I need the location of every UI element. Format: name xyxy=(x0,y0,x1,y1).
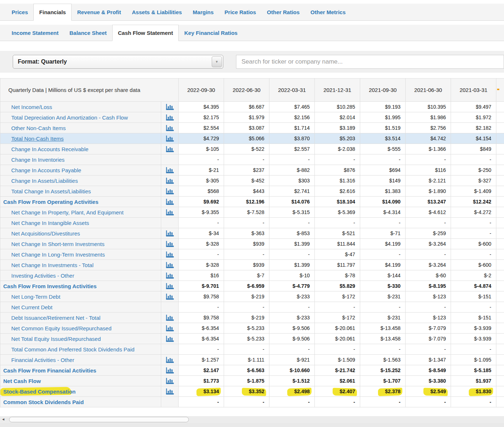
bar-chart-icon[interactable] xyxy=(166,378,174,384)
bar-chart-icon[interactable] xyxy=(166,146,174,152)
row-label-link[interactable]: Debt Issuance/Retirement Net - Total xyxy=(11,315,101,321)
bar-chart-icon[interactable] xyxy=(166,114,174,121)
value-cell: - xyxy=(451,397,496,407)
row-label-link[interactable]: Net Total Equity Issued/Repurchased xyxy=(11,336,101,342)
row-label-link[interactable]: Net Acquisitions/Divestitures xyxy=(11,230,80,237)
chevron-down-icon[interactable]: ▼ xyxy=(212,56,222,67)
bar-chart-icon[interactable] xyxy=(166,336,174,342)
row-label-link[interactable]: Total Change In Assets/Liabilities xyxy=(11,188,91,194)
row-label-link[interactable]: Net Change In Short-term Investments xyxy=(11,241,105,247)
scroll-left-arrow-icon[interactable]: ◄ xyxy=(1,417,5,421)
chart-icon-cell[interactable] xyxy=(161,228,179,239)
tab-margins[interactable]: Margins xyxy=(187,4,219,20)
tab-revenue-profit[interactable]: Revenue & Profit xyxy=(72,4,126,20)
value-cell: $4.395 xyxy=(179,102,224,112)
tab-other-ratios[interactable]: Other Ratios xyxy=(261,4,305,20)
bar-chart-icon[interactable] xyxy=(166,367,174,374)
chart-icon-cell[interactable] xyxy=(161,334,179,344)
bar-chart-icon[interactable] xyxy=(166,209,174,215)
bar-chart-icon[interactable] xyxy=(166,136,174,142)
bar-chart-icon[interactable] xyxy=(166,178,174,184)
chart-icon-cell[interactable] xyxy=(161,376,179,386)
tab-assets-liabilities[interactable]: Assets & Liabilities xyxy=(126,4,187,20)
scrollbar-thumb[interactable] xyxy=(9,417,189,422)
value-cell: $-231 xyxy=(360,313,406,323)
bar-chart-icon[interactable] xyxy=(166,251,174,258)
chart-icon-cell[interactable] xyxy=(161,365,179,376)
chart-icon-cell[interactable] xyxy=(161,123,179,133)
chart-icon-cell[interactable] xyxy=(161,355,179,365)
format-select[interactable]: Format: Quarterly ▼ xyxy=(13,55,223,69)
row-label-link[interactable]: Net Income/Loss xyxy=(11,104,52,110)
bar-chart-icon[interactable] xyxy=(166,273,174,279)
chart-icon-cell[interactable] xyxy=(161,144,179,154)
value-cell: $1.995 xyxy=(360,112,406,123)
row-label-link[interactable]: Cash Flow From Financial Activities xyxy=(3,367,96,374)
chart-icon-cell[interactable] xyxy=(161,270,179,281)
bar-chart-icon[interactable] xyxy=(166,230,174,237)
row-label-link[interactable]: Financial Activities - Other xyxy=(11,357,74,363)
chart-icon-cell[interactable] xyxy=(161,165,179,176)
bar-chart-icon[interactable] xyxy=(166,325,174,331)
subtab-income-statement[interactable]: Income Statement xyxy=(6,25,64,41)
row-label-link[interactable]: Cash Flow From Investing Activities xyxy=(3,283,97,289)
bar-chart-icon[interactable] xyxy=(166,315,174,321)
row-label-link[interactable]: Total Common And Preferred Stock Dividen… xyxy=(11,346,134,353)
bar-chart-icon[interactable] xyxy=(166,199,174,205)
bar-chart-icon[interactable] xyxy=(166,262,174,268)
chart-icon-cell[interactable] xyxy=(161,239,179,249)
row-label-link[interactable]: Stock-Based Compensation xyxy=(3,388,76,395)
chart-icon-cell[interactable] xyxy=(161,260,179,270)
row-label-link[interactable]: Cash Flow From Operating Activities xyxy=(3,199,98,205)
chart-icon-cell[interactable] xyxy=(161,207,179,218)
tab-price-ratios[interactable]: Price Ratios xyxy=(219,4,261,20)
row-label-link[interactable]: Change In Accounts Receivable xyxy=(11,146,89,152)
tab-financials[interactable]: Financials xyxy=(33,4,72,21)
tab-prices[interactable]: Prices xyxy=(6,4,33,20)
bar-chart-icon[interactable] xyxy=(166,388,174,395)
row-label-link[interactable]: Net Current Debt xyxy=(11,304,52,310)
chart-icon-cell[interactable] xyxy=(161,313,179,323)
row-label-link[interactable]: Change In Accounts Payable xyxy=(11,167,81,173)
subtab-balance-sheet[interactable]: Balance Sheet xyxy=(64,25,112,41)
bar-chart-icon[interactable] xyxy=(166,357,174,363)
chart-icon-cell[interactable] xyxy=(161,112,179,123)
bar-chart-icon[interactable] xyxy=(166,188,174,194)
row-label-link[interactable]: Other Non-Cash Items xyxy=(11,125,66,131)
chart-icon-cell[interactable] xyxy=(161,386,179,397)
chart-icon-cell[interactable] xyxy=(161,133,179,144)
chart-icon-cell[interactable] xyxy=(161,102,179,112)
bar-chart-icon[interactable] xyxy=(166,241,174,247)
row-label-link[interactable]: Net Common Equity Issued/Repurchased xyxy=(11,325,111,331)
chart-icon-cell[interactable] xyxy=(161,291,179,302)
row-label-link[interactable]: Investing Activities - Other xyxy=(11,273,74,279)
subtab-cash-flow-statement[interactable]: Cash Flow Statement xyxy=(112,25,179,41)
row-label-link[interactable]: Total Depreciation And Amortization - Ca… xyxy=(11,114,128,121)
row-label-link[interactable]: Common Stock Dividends Paid xyxy=(3,399,84,405)
partial-next-column-cell xyxy=(496,218,504,228)
row-label-link[interactable]: Change In Assets/Liabilities xyxy=(11,178,78,184)
chart-icon-cell[interactable] xyxy=(161,281,179,291)
bar-chart-icon[interactable] xyxy=(166,104,174,110)
bar-chart-icon[interactable] xyxy=(166,167,174,173)
bar-chart-icon[interactable] xyxy=(166,125,174,131)
chart-icon-cell[interactable] xyxy=(161,176,179,186)
chart-icon-cell[interactable] xyxy=(161,186,179,197)
bar-chart-icon[interactable] xyxy=(166,294,174,300)
row-label-link[interactable]: Net Change In Investments - Total xyxy=(11,262,94,268)
row-label-link[interactable]: Net Cash Flow xyxy=(3,378,41,384)
row-label-link[interactable]: Net Change In Long-Term Investments xyxy=(11,251,105,258)
row-label-link[interactable]: Total Non-Cash Items xyxy=(11,136,64,142)
subtab-key-financial-ratios[interactable]: Key Financial Ratios xyxy=(179,25,243,41)
row-label-link[interactable]: Net Change In Property, Plant, And Equip… xyxy=(11,209,123,215)
chart-icon-cell[interactable] xyxy=(161,197,179,207)
horizontal-scrollbar[interactable]: ◄ xyxy=(0,416,504,423)
chart-icon-cell[interactable] xyxy=(161,323,179,334)
chart-icon-cell[interactable] xyxy=(161,249,179,260)
row-label-link[interactable]: Net Change In Intangible Assets xyxy=(11,220,89,226)
row-label-link[interactable]: Change In Inventories xyxy=(11,157,65,163)
bar-chart-icon[interactable] xyxy=(166,283,174,289)
tab-other-metrics[interactable]: Other Metrics xyxy=(305,4,351,20)
row-label-link[interactable]: Net Long-Term Debt xyxy=(11,294,60,300)
search-input[interactable] xyxy=(236,55,504,69)
